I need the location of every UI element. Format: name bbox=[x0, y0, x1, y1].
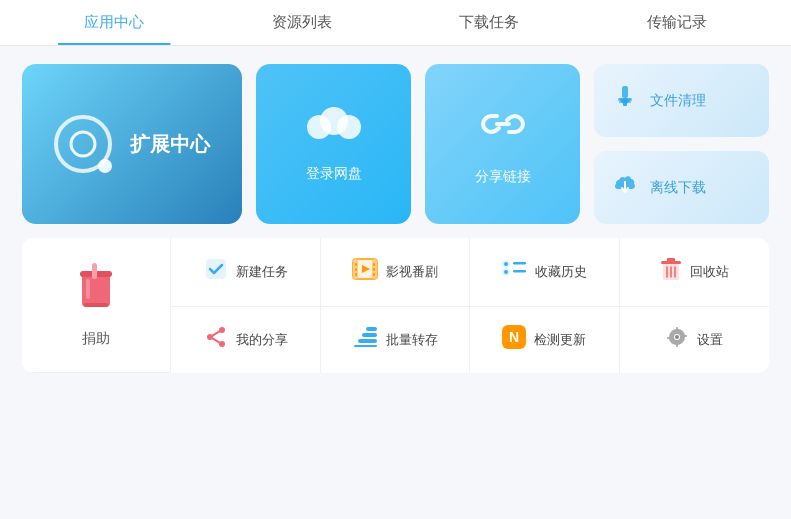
svg-rect-43 bbox=[366, 327, 377, 331]
cup-icon bbox=[74, 263, 118, 315]
svg-point-0 bbox=[71, 132, 95, 156]
grid-batch-transfer[interactable]: 批量转存 bbox=[321, 307, 470, 373]
favorites-label: 收藏历史 bbox=[535, 263, 587, 281]
cloud-download-icon bbox=[612, 171, 638, 197]
svg-rect-17 bbox=[373, 263, 375, 266]
circle-ring-icon bbox=[69, 130, 97, 158]
share-link-label: 分享链接 bbox=[475, 168, 531, 186]
share-link-icon bbox=[481, 102, 525, 156]
right-small-col: 文件清理 离线下载 bbox=[594, 64, 769, 224]
new-task-label: 新建任务 bbox=[236, 263, 288, 281]
donate-icon bbox=[74, 263, 118, 324]
chain-link-icon bbox=[481, 102, 525, 146]
offline-download-icon bbox=[612, 171, 638, 204]
extend-center-icon bbox=[54, 115, 112, 173]
nav-item-transfer-records[interactable]: 传输记录 bbox=[583, 0, 771, 45]
donate-label: 捐助 bbox=[82, 330, 110, 348]
svg-rect-25 bbox=[84, 303, 108, 307]
batch-transfer-label: 批量转存 bbox=[386, 331, 438, 349]
settings-label: 设置 bbox=[697, 331, 723, 349]
broom-icon bbox=[612, 84, 638, 110]
recycle-icon bbox=[660, 256, 682, 288]
cloud-three-icon bbox=[307, 107, 361, 143]
grid-settings[interactable]: 设置 bbox=[620, 307, 769, 373]
svg-rect-44 bbox=[362, 333, 377, 337]
svg-rect-18 bbox=[373, 268, 375, 271]
nav-item-download-tasks[interactable]: 下载任务 bbox=[396, 0, 584, 45]
svg-rect-14 bbox=[355, 263, 357, 266]
offline-download-label: 离线下载 bbox=[650, 179, 706, 197]
svg-line-42 bbox=[212, 338, 219, 342]
svg-point-3 bbox=[337, 115, 361, 139]
batch-transfer-icon bbox=[352, 325, 378, 355]
nav-label-app-center: 应用中心 bbox=[84, 13, 144, 32]
grid-donate[interactable]: 捐助 bbox=[22, 238, 171, 373]
svg-rect-15 bbox=[355, 268, 357, 271]
file-clean-icon bbox=[612, 84, 638, 117]
nav-item-resource-list[interactable]: 资源列表 bbox=[208, 0, 396, 45]
checkbox-icon bbox=[204, 257, 228, 281]
login-netdisk-label: 登录网盘 bbox=[306, 165, 362, 183]
nav-label-transfer-records: 传输记录 bbox=[647, 13, 707, 32]
file-clean-label: 文件清理 bbox=[650, 92, 706, 110]
top-row: 扩展中心 登录网盘 bbox=[22, 64, 769, 224]
nav-item-app-center[interactable]: 应用中心 bbox=[20, 0, 208, 45]
grid-tv-series[interactable]: 影视番剧 bbox=[321, 238, 470, 307]
favorites-icon bbox=[501, 258, 527, 286]
svg-point-27 bbox=[504, 262, 508, 266]
svg-rect-19 bbox=[373, 273, 375, 276]
svg-rect-28 bbox=[513, 262, 526, 265]
tv-series-label: 影视番剧 bbox=[386, 263, 438, 281]
svg-text:N: N bbox=[509, 329, 519, 345]
list-star-icon bbox=[501, 258, 527, 280]
card-extend-center[interactable]: 扩展中心 bbox=[22, 64, 242, 224]
check-update-icon: N bbox=[502, 325, 526, 355]
svg-rect-45 bbox=[358, 339, 377, 343]
bottom-grid: 新建任务 影视番剧 bbox=[22, 238, 769, 373]
svg-rect-16 bbox=[355, 273, 357, 276]
card-file-clean[interactable]: 文件清理 bbox=[594, 64, 769, 137]
svg-rect-34 bbox=[667, 258, 675, 262]
extend-center-label: 扩展中心 bbox=[130, 131, 210, 158]
card-offline-download[interactable]: 离线下载 bbox=[594, 151, 769, 224]
grid-new-task[interactable]: 新建任务 bbox=[171, 238, 320, 307]
gear-icon bbox=[665, 325, 689, 349]
svg-rect-31 bbox=[513, 270, 526, 273]
settings-icon bbox=[665, 325, 689, 355]
svg-point-51 bbox=[675, 335, 679, 339]
svg-rect-5 bbox=[622, 86, 628, 98]
tv-series-icon bbox=[352, 258, 378, 286]
svg-rect-46 bbox=[354, 345, 377, 347]
film-icon bbox=[352, 258, 378, 280]
grid-recycle[interactable]: 回收站 bbox=[620, 238, 769, 307]
card-login-netdisk[interactable]: 登录网盘 bbox=[256, 64, 411, 224]
nav-label-resource-list: 资源列表 bbox=[272, 13, 332, 32]
trash-icon bbox=[660, 256, 682, 282]
svg-line-41 bbox=[212, 331, 219, 335]
recycle-label: 回收站 bbox=[690, 263, 729, 281]
new-task-icon bbox=[204, 257, 228, 287]
grid-check-update[interactable]: N 检测更新 bbox=[470, 307, 619, 373]
grid-my-share[interactable]: 我的分享 bbox=[171, 307, 320, 373]
card-share-link[interactable]: 分享链接 bbox=[425, 64, 580, 224]
grid-favorites[interactable]: 收藏历史 bbox=[470, 238, 619, 307]
check-update-label: 检测更新 bbox=[534, 331, 586, 349]
svg-point-30 bbox=[504, 270, 508, 274]
svg-rect-24 bbox=[86, 279, 90, 299]
main-content: 扩展中心 登录网盘 bbox=[0, 46, 791, 391]
stack-bars-icon bbox=[352, 325, 378, 349]
svg-rect-23 bbox=[92, 263, 97, 279]
my-share-icon bbox=[204, 325, 228, 355]
my-share-label: 我的分享 bbox=[236, 331, 288, 349]
login-netdisk-icon bbox=[307, 105, 361, 153]
share-icon bbox=[204, 325, 228, 349]
nav-bar: 应用中心 资源列表 下载任务 传输记录 bbox=[0, 0, 791, 46]
n-badge-icon: N bbox=[502, 325, 526, 349]
nav-label-download-tasks: 下载任务 bbox=[459, 13, 519, 32]
